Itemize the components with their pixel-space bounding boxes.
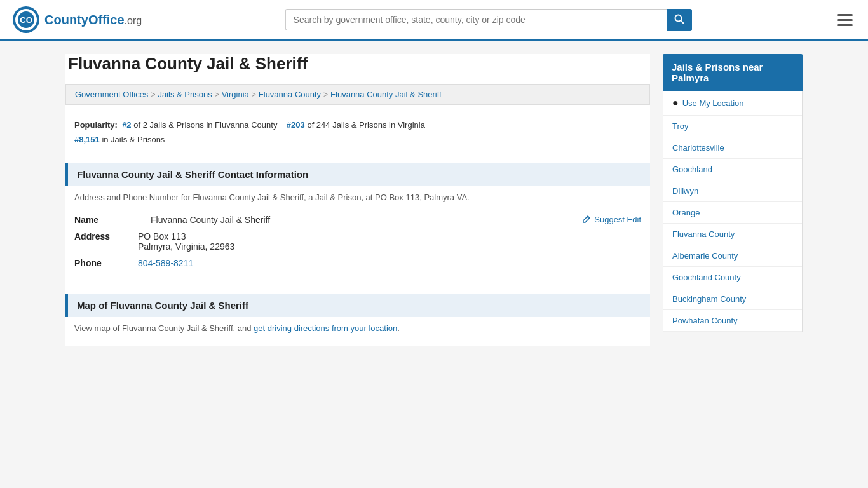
contact-table: Address PO Box 113 Palmyra, Virginia, 22…: [65, 225, 650, 287]
phone-row: Phone 804-589-8211: [74, 258, 641, 268]
address-value: PO Box 113 Palmyra, Virginia, 22963: [138, 231, 234, 252]
breadcrumb-sep-3: >: [252, 90, 256, 99]
sidebar-link-troy[interactable]: Troy: [672, 121, 689, 131]
main-container: Fluvanna County Jail & Sheriff Governmen…: [53, 41, 815, 358]
suggest-edit-label: Suggest Edit: [594, 215, 641, 224]
name-row: Name Fluvanna County Jail & Sheriff Sugg…: [65, 208, 650, 225]
sidebar-item-goochland: Goochland: [663, 159, 802, 180]
logo-area: CO CountyOffice.org: [13, 6, 142, 33]
popularity-rank2: #203: [287, 120, 305, 130]
sidebar-item-fluvanna-county: Fluvanna County: [663, 224, 802, 245]
popularity-label: Popularity:: [74, 120, 118, 130]
breadcrumb: Government Offices > Jails & Prisons > V…: [65, 84, 650, 105]
sidebar-body: ● Use My Location Troy Charlottesville G…: [663, 91, 803, 332]
sidebar-link-albemarle-county[interactable]: Albemarle County: [672, 251, 738, 261]
address-line1: PO Box 113: [138, 231, 234, 241]
menu-bar-1: [837, 14, 853, 16]
popularity-rank1-desc: of 2 Jails & Prisons in Fluvanna County: [133, 120, 277, 130]
use-location-link[interactable]: Use My Location: [682, 98, 744, 108]
name-left: Name Fluvanna County Jail & Sheriff: [74, 215, 270, 225]
popularity-rank3-desc: in Jails & Prisons: [102, 135, 165, 144]
breadcrumb-sep-1: >: [151, 90, 155, 99]
sidebar-link-orange[interactable]: Orange: [672, 208, 700, 217]
header-right: [835, 11, 855, 29]
breadcrumb-sep-4: >: [323, 90, 328, 99]
phone-value: 804-589-8211: [138, 258, 193, 268]
sidebar: Jails & Prisons near Palmyra ● Use My Lo…: [663, 54, 803, 346]
map-desc-suffix: .: [397, 323, 400, 333]
contact-description: Address and Phone Number for Fluvanna Co…: [65, 186, 650, 208]
map-desc-prefix: View map of Fluvanna County Jail & Sheri…: [74, 323, 254, 333]
sidebar-link-buckingham-county[interactable]: Buckingham County: [672, 294, 746, 304]
sidebar-item-buckingham-county: Buckingham County: [663, 288, 802, 310]
breadcrumb-link-jails[interactable]: Jails & Prisons: [158, 90, 212, 99]
sidebar-link-powhatan-county[interactable]: Powhatan County: [672, 316, 738, 325]
sidebar-header-line1: Jails & Prisons near: [672, 62, 794, 72]
sidebar-item-albemarle-county: Albemarle County: [663, 245, 802, 267]
search-icon: [674, 14, 684, 24]
phone-link[interactable]: 804-589-8211: [138, 258, 193, 268]
logo-icon: CO: [13, 6, 39, 33]
breadcrumb-sep-2: >: [215, 90, 219, 99]
menu-bar-2: [837, 19, 853, 21]
address-row: Address PO Box 113 Palmyra, Virginia, 22…: [74, 231, 641, 252]
search-button[interactable]: [667, 9, 692, 31]
sidebar-link-fluvanna-county[interactable]: Fluvanna County: [672, 229, 735, 239]
svg-line-5: [681, 20, 684, 24]
sidebar-link-goochland-county[interactable]: Goochland County: [672, 273, 741, 282]
name-value: Fluvanna County Jail & Sheriff: [151, 215, 270, 225]
suggest-edit-button[interactable]: Suggest Edit: [582, 215, 641, 224]
sidebar-link-charlottesville[interactable]: Charlottesville: [672, 143, 724, 152]
sidebar-item-goochland-county: Goochland County: [663, 267, 802, 288]
popularity-section: Popularity: #2 of 2 Jails & Prisons in F…: [65, 112, 650, 156]
sidebar-item-dillwyn: Dillwyn: [663, 180, 802, 202]
breadcrumb-link-va[interactable]: Virginia: [222, 90, 249, 99]
sidebar-link-goochland[interactable]: Goochland: [672, 165, 712, 174]
address-line2: Palmyra, Virginia, 22963: [138, 241, 234, 252]
directions-link[interactable]: get driving directions from your locatio…: [254, 323, 397, 333]
sidebar-item-powhatan-county: Powhatan County: [663, 310, 802, 332]
location-pin-icon: ●: [672, 97, 679, 109]
menu-bar-3: [837, 24, 853, 26]
popularity-rank3: #8,151: [74, 135, 100, 144]
sidebar-header: Jails & Prisons near Palmyra: [663, 54, 803, 91]
breadcrumb-link-current[interactable]: Fluvanna County Jail & Sheriff: [330, 90, 442, 99]
map-description: View map of Fluvanna County Jail & Sheri…: [65, 317, 650, 346]
map-section-header: Map of Fluvanna County Jail & Sheriff: [65, 294, 650, 317]
popularity-rank1: #2: [122, 120, 131, 130]
sidebar-item-orange: Orange: [663, 202, 802, 224]
breadcrumb-link-gov[interactable]: Government Offices: [75, 90, 148, 99]
popularity-rank2-desc: of 244 Jails & Prisons in Virginia: [307, 120, 424, 130]
name-label: Name: [74, 215, 138, 225]
phone-label: Phone: [74, 258, 138, 268]
address-label: Address: [74, 231, 138, 241]
use-location-item: ● Use My Location: [663, 91, 802, 116]
content-area: Fluvanna County Jail & Sheriff Governmen…: [65, 54, 650, 346]
svg-text:CO: CO: [20, 15, 32, 25]
page-title: Fluvanna County Jail & Sheriff: [65, 54, 650, 74]
sidebar-link-dillwyn[interactable]: Dillwyn: [672, 186, 698, 196]
breadcrumb-link-fluvanna[interactable]: Fluvanna County: [259, 90, 321, 99]
sidebar-item-charlottesville: Charlottesville: [663, 137, 802, 159]
sidebar-header-line2: Palmyra: [672, 72, 794, 83]
menu-button[interactable]: [835, 11, 855, 29]
logo-text: CountyOffice.org: [44, 13, 142, 27]
sidebar-item-troy: Troy: [663, 116, 802, 137]
search-area: [285, 9, 692, 31]
contact-section-header: Fluvanna County Jail & Sheriff Contact I…: [65, 163, 650, 186]
search-input[interactable]: [285, 9, 667, 30]
edit-icon: [582, 215, 591, 224]
site-header: CO CountyOffice.org: [0, 0, 868, 41]
